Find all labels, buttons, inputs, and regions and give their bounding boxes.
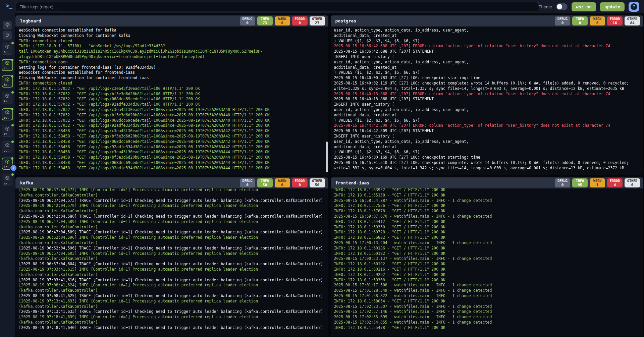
badge-count: 73 (263, 21, 267, 25)
log-line: (kafka.controller.KafkaController) (19, 193, 325, 198)
log-line: INFO: 172.18.0.1:57032 - "GET /api/logs/… (19, 97, 325, 102)
sidebar-container-1-fr[interactable]: fr.. (2, 59, 13, 71)
logout-button[interactable] (3, 31, 12, 40)
badge-label: WARN (278, 17, 286, 21)
log-line: ) VALUES ($1, $2, $3, $4, $5, $6, $7) (334, 150, 640, 155)
log-line: [2025-08-19 06:37:04,573] TRACE [Control… (19, 198, 325, 204)
badge-info[interactable]: INFO 73 (257, 16, 273, 25)
sidebar-container-6-zo[interactable]: zo.. (2, 141, 13, 153)
log-line: 2025-08-15 16:45:01.510 UTC [27] LOG: ch… (334, 160, 640, 166)
status-dot (11, 157, 13, 160)
badge-info[interactable]: INFO 0 (572, 16, 588, 25)
log-line: INFO: 172.18.0.1:58458 - "GET /api/logs/… (19, 128, 325, 134)
help-button[interactable]: ? (629, 2, 639, 12)
log-line: additional_data, created_at (334, 65, 640, 70)
log-line: 2025-08-15 16:45:00.169 UTC [27] LOG: ch… (334, 155, 640, 160)
panel-header: postgres DEBUG 0 INFO 0 WARN 0 ERROR 16 … (331, 15, 644, 26)
log-line: INFO: 172.18.0.1:58458 - "GET /api/logs/… (19, 150, 325, 155)
log-line: ) VALUES ($1, $2, $3, $4, $5, $6, $7) (334, 39, 640, 44)
badge-count: 84 (630, 21, 634, 25)
log-output[interactable]: [2025-08-19 06:37:04,573] INFO [Controll… (15, 186, 328, 336)
log-line: 2025-08-15 17:02:37,146 - watchfiles.mai… (334, 309, 640, 315)
log-line: WebSocket connection established for kaf… (19, 28, 325, 33)
log-line: 2025-08-15 17:01:28,549 - watchfiles.mai… (334, 288, 640, 293)
log-line: INFO: connection closed (19, 39, 325, 44)
log-line: INFO: 172.18.0.1:59308 - "GET / HTTP/1.1… (334, 278, 640, 283)
log-line: (kafka.controller.KafkaController) (19, 209, 325, 214)
log-line: Closing WebSocket connection for contain… (19, 33, 325, 39)
badge-label: ERROR (294, 17, 305, 21)
container-label: us.. (4, 182, 11, 185)
sidebar-container-5-re[interactable]: re.. (2, 125, 13, 137)
badge-error[interactable]: ERROR 0 (292, 16, 308, 25)
container-cube-icon (5, 93, 10, 100)
panel-title: postgres (335, 18, 357, 23)
log-line: 2025-08-15 17:01:38,822 - watchfiles.mai… (334, 293, 640, 299)
log-line: INFO: 172.18.0.1:57032 - "GET /api/logs/… (19, 123, 325, 128)
log-line: INFO: 172.18.0.1:60192 - "GET / HTTP/1.1… (334, 262, 640, 267)
container-label: po.. (4, 116, 11, 119)
panel-title: logboard (20, 18, 41, 23)
sidebar-container-2-ka[interactable]: ka.. (2, 75, 13, 88)
logout-icon (5, 32, 10, 38)
websocket-toggle-button[interactable]: ws: on (572, 2, 596, 11)
container-cube-icon (5, 175, 10, 182)
badge-count: 0 (281, 21, 283, 25)
badge-debug[interactable]: DEBUG 0 (240, 16, 255, 25)
log-line: INFO: 172.18.0.1:59292 - "GET / HTTP/1.1… (334, 272, 640, 278)
badge-other[interactable]: OTHER 84 (625, 16, 640, 25)
log-line: a1zgydikDRln1X2wUBSRWW0cdd9Pyp9Oig&servi… (19, 54, 325, 60)
theme-toggle[interactable] (556, 3, 568, 10)
log-line: INFO: 172.18.0.1:57526 - "GET / HTTP/1.1… (334, 203, 640, 209)
log-line: 2025-08-15 16:36:42.688 UTC [207] STATEM… (334, 49, 640, 54)
log-line: (kafka.controller.KafkaController) (19, 288, 325, 293)
badge-warn[interactable]: WARN 0 (275, 16, 290, 25)
level-badges: DEBUG 0 INFO 73 WARN 0 ERROR 0 OTHER 27 (240, 16, 325, 25)
log-line: INFO: 172.18.0.1:58458 - "GET /api/logs/… (19, 155, 325, 160)
scrollbar-thumb[interactable] (326, 142, 328, 172)
sidebar-container-8-us[interactable]: us.. (2, 174, 13, 186)
log-output[interactable]: user_id, action_type, action_data, ip_ad… (331, 26, 644, 175)
badge-label: INFO (576, 179, 584, 183)
status-dot (11, 108, 13, 110)
log-line: 2025-08-15 17:02:54,055 - watchfiles.mai… (334, 320, 640, 325)
log-output[interactable]: WebSocket connection established for kaf… (15, 26, 328, 175)
log-line: [2025-08-19 07:08:41,624] INFO [Controll… (19, 283, 325, 288)
sidebar-container-3-ka[interactable]: ka.. (2, 92, 13, 104)
log-line: INFO: ('172.18.0.1', 57108) - "WebSocket… (19, 44, 325, 49)
badge-label: INFO (576, 17, 584, 21)
badge-count: 27 (315, 21, 319, 25)
log-output[interactable]: INFO: 172.18.0.1:63952 - "GET / HTTP/1.1… (331, 186, 644, 336)
log-line: user_id, action_type, action_data, ip_ad… (334, 28, 640, 33)
log-line: INFO: 172.18.0.1:56882 - "GET / HTTP/1.1… (334, 235, 640, 240)
log-line: INFO: 172.18.0.1:57032 - "GET /api/logs/… (19, 102, 325, 107)
badge-error[interactable]: ERROR 16 (607, 16, 623, 25)
filter-input[interactable] (15, 2, 539, 11)
badge-label: OTHER (627, 17, 637, 21)
update-button[interactable]: update (600, 2, 625, 11)
log-line: INFO: 172.18.0.1:55478 - "GET / HTTP/1.1… (334, 325, 640, 331)
log-line: INFO: 172.18.0.1:57032 - "GET /api/logs/… (19, 92, 325, 97)
sidebar-container-0-au[interactable]: au.. (2, 43, 13, 55)
log-line: 2025-08-15 16:44:42.309 UTC [207] ERROR:… (334, 123, 640, 128)
badge-count: 0 (596, 21, 599, 25)
container-cube-icon (5, 44, 10, 50)
topbar: >_ Theme ws: on update ? (0, 0, 644, 13)
log-line: INFO: 172.18.0.1:58458 - "GET /api/logs/… (19, 166, 325, 171)
log-line: (kafka.controller.KafkaController) (19, 225, 325, 230)
badge-other[interactable]: OTHER 27 (310, 16, 325, 25)
badge-label: INFO (261, 17, 269, 21)
log-line: 2025-08-15 17:01:17,508 - watchfiles.mai… (334, 283, 640, 288)
badge-warn[interactable]: WARN 0 (590, 16, 605, 25)
container-label: ka.. (4, 100, 11, 103)
badge-label: DEBUG (242, 17, 252, 21)
container-cube-icon (5, 143, 10, 149)
settings-button[interactable] (3, 21, 12, 30)
status-dot (11, 91, 14, 94)
sidebar-expand-button[interactable] (10, 164, 17, 172)
log-line: [2025-08-19 07:03:41,615] INFO [Controll… (19, 267, 325, 272)
badge-debug[interactable]: DEBUG 0 (555, 16, 570, 25)
status-dot (11, 173, 14, 176)
topbar-actions: Theme ws: on update ? (539, 0, 639, 13)
sidebar-container-4-po[interactable]: po.. (2, 108, 13, 120)
